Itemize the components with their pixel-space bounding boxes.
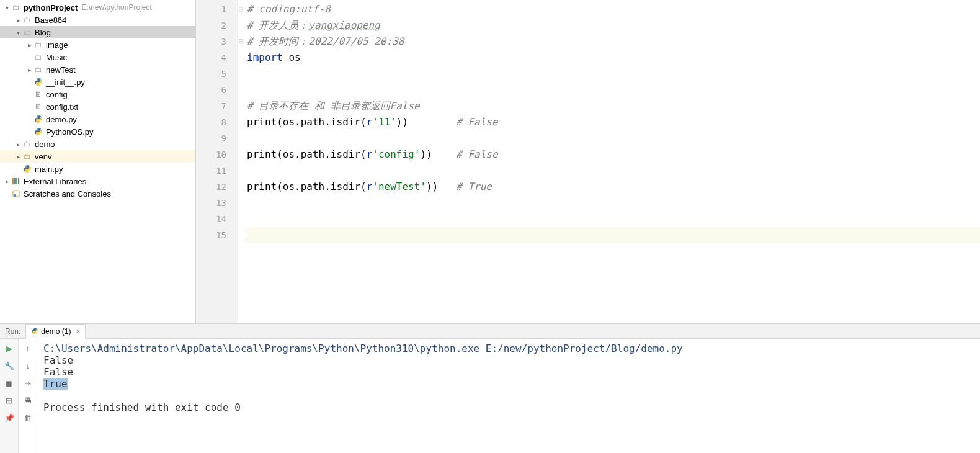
libraries-icon	[11, 176, 21, 186]
fold-marker[interactable]	[238, 179, 247, 195]
fold-marker[interactable]	[238, 227, 247, 243]
external-libraries[interactable]: ▸ External Libraries	[0, 175, 195, 187]
line-number: 6	[196, 82, 238, 98]
close-icon[interactable]: ×	[76, 327, 80, 336]
down-arrow-icon[interactable]: ↓	[22, 360, 33, 371]
tree-item[interactable]: ▸🗀demo	[0, 138, 195, 150]
line-number: 3	[196, 34, 238, 50]
line-number: 5	[196, 66, 238, 82]
stop-button[interactable]: ◼	[4, 377, 15, 388]
line-number: 10	[196, 146, 238, 163]
tree-item[interactable]: ▾🗁Blog	[0, 26, 195, 38]
scratches-and-consoles[interactable]: Scratches and Consoles	[0, 187, 195, 200]
chevron-right-icon[interactable]: ▸	[14, 153, 22, 160]
soft-wrap-icon[interactable]: ⇥	[22, 377, 33, 388]
project-tree[interactable]: ▾ 🗀 pythonProject E:\new\pythonProject ▸…	[0, 0, 196, 323]
tree-item[interactable]: 🗎config	[0, 88, 195, 101]
run-tab-label: demo (1)	[41, 327, 71, 336]
fold-marker[interactable]	[238, 114, 247, 130]
console-command: C:\Users\Administrator\AppData\Local\Pro…	[43, 343, 683, 354]
tree-item-label: config.txt	[46, 102, 78, 112]
chevron-right-icon[interactable]: ▸	[2, 178, 11, 185]
code-line[interactable]	[247, 163, 980, 179]
tree-item[interactable]: 🗀Music	[0, 51, 195, 63]
editor-code-area[interactable]: # coding:utf-8# 开发人员：yangxiaopeng# 开发时间：…	[247, 0, 980, 323]
tree-item[interactable]: ▸🗀newTest	[0, 63, 195, 76]
tree-item[interactable]: 🗎config.txt	[0, 101, 195, 113]
folder-icon: 🗀	[33, 40, 43, 50]
fold-marker[interactable]: ⊟	[238, 1, 247, 17]
line-number: 11	[196, 163, 238, 179]
run-title: Run:	[0, 324, 25, 338]
console-exit: Process finished with exit code 0	[43, 401, 241, 413]
folder-icon: 🗀	[22, 139, 32, 149]
folder-icon: 🗀	[22, 151, 32, 161]
code-line[interactable]	[247, 82, 980, 98]
layout-icon[interactable]: ⊞	[4, 395, 15, 406]
tree-item[interactable]: PythonOS.py	[0, 125, 195, 138]
console-output[interactable]: C:\Users\Administrator\AppData\Local\Pro…	[37, 339, 980, 453]
project-root[interactable]: ▾ 🗀 pythonProject E:\new\pythonProject	[0, 1, 195, 14]
caret	[247, 228, 247, 241]
code-line[interactable]: # 开发时间：2022/07/05 20:38	[247, 34, 980, 50]
fold-marker[interactable]	[238, 82, 247, 98]
code-line[interactable]: print(os.path.isdir(r'11')) # False	[247, 114, 980, 130]
chevron-right-icon[interactable]: ▸	[25, 66, 33, 73]
tree-item-label: demo.py	[46, 115, 77, 124]
fold-marker[interactable]	[238, 130, 247, 146]
fold-marker[interactable]	[238, 211, 247, 227]
tree-item[interactable]: demo.py	[0, 113, 195, 125]
code-line[interactable]	[247, 130, 980, 146]
tree-item-label: image	[46, 40, 68, 50]
console-line-highlighted: True	[43, 378, 68, 390]
chevron-down-icon[interactable]: ▾	[14, 29, 22, 36]
code-line[interactable]: # 目录不存在 和 非目录都返回False	[247, 98, 980, 114]
line-number: 1	[196, 1, 238, 17]
chevron-right-icon[interactable]: ▸	[25, 42, 33, 48]
fold-marker[interactable]	[238, 195, 247, 211]
tree-item[interactable]: ▸🗀image	[0, 38, 195, 51]
wrench-icon[interactable]: 🔧	[4, 360, 15, 371]
fold-marker[interactable]	[238, 146, 247, 163]
tree-item-label: Music	[46, 53, 67, 62]
code-line[interactable]	[247, 227, 980, 243]
code-editor[interactable]: 123456789101112131415 ⊟⊟ # coding:utf-8#…	[196, 0, 980, 323]
editor-fold-column[interactable]: ⊟⊟	[238, 0, 247, 323]
run-tab[interactable]: demo (1) ×	[25, 324, 86, 339]
tree-item[interactable]: ▸🗀venv	[0, 150, 195, 163]
print-icon[interactable]: 🖶	[22, 395, 33, 406]
tree-item[interactable]: __init__.py	[0, 76, 195, 88]
trash-icon[interactable]: 🗑	[22, 412, 33, 423]
chevron-right-icon[interactable]: ▸	[14, 141, 22, 148]
tree-item-label: config	[46, 90, 68, 99]
line-number: 2	[196, 17, 238, 34]
editor-gutter: 123456789101112131415	[196, 0, 238, 323]
code-line[interactable]: # coding:utf-8	[247, 1, 980, 17]
code-line[interactable]	[247, 195, 980, 211]
tree-item-label: demo	[35, 140, 55, 149]
tree-item[interactable]: ▸🗀Base864	[0, 14, 195, 26]
tree-item[interactable]: main.py	[0, 163, 195, 175]
code-line[interactable]: # 开发人员：yangxiaopeng	[247, 17, 980, 34]
code-line[interactable]	[247, 211, 980, 227]
run-tool-window: Run: demo (1) × ▶ 🔧 ◼ ⊞ 📌 ↑ ↓ ⇥ 🖶 🗑 C:\U…	[0, 323, 980, 453]
code-line[interactable]	[247, 66, 980, 82]
code-line[interactable]: import os	[247, 50, 980, 66]
svg-rect-0	[12, 178, 14, 184]
fold-marker[interactable]	[238, 66, 247, 82]
chevron-right-icon[interactable]: ▸	[14, 17, 22, 24]
scratches-label: Scratches and Consoles	[24, 189, 111, 199]
fold-marker[interactable]	[238, 98, 247, 114]
code-line[interactable]: print(os.path.isdir(r'config')) # False	[247, 146, 980, 163]
fold-marker[interactable]	[238, 50, 247, 66]
fold-marker[interactable]	[238, 17, 247, 34]
rerun-button[interactable]: ▶	[4, 343, 15, 354]
fold-marker[interactable]	[238, 163, 247, 179]
code-line[interactable]: print(os.path.isdir(r'newTest')) # True	[247, 179, 980, 195]
fold-marker[interactable]: ⊟	[238, 34, 247, 50]
chevron-down-icon[interactable]: ▾	[2, 4, 11, 11]
svg-point-5	[14, 194, 16, 197]
tree-item-label: Blog	[35, 28, 51, 37]
up-arrow-icon[interactable]: ↑	[22, 343, 33, 354]
pin-icon[interactable]: 📌	[4, 412, 15, 423]
